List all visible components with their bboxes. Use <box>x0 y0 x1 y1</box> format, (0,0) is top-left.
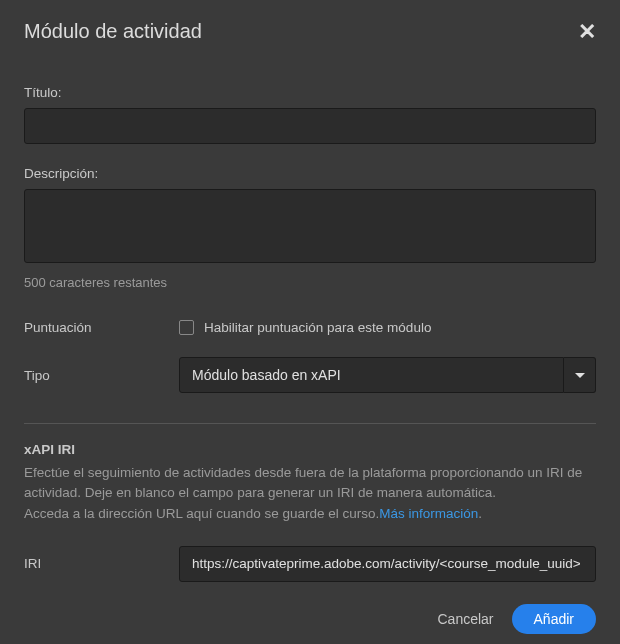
descripcion-helper: 500 caracteres restantes <box>24 275 596 290</box>
iri-row: IRI https://captivateprime.adobe.com/act… <box>24 546 596 582</box>
tipo-row: Tipo Módulo basado en xAPI <box>24 357 596 393</box>
divider <box>24 423 596 424</box>
titulo-input[interactable] <box>24 108 596 144</box>
modal-title: Módulo de actividad <box>24 20 202 43</box>
puntuacion-checkbox[interactable] <box>179 320 194 335</box>
descripcion-input[interactable] <box>24 189 596 263</box>
modal-footer: Cancelar Añadir <box>0 582 620 644</box>
tipo-label: Tipo <box>24 368 179 383</box>
tipo-select[interactable]: Módulo basado en xAPI <box>179 357 596 393</box>
cancel-button[interactable]: Cancelar <box>438 611 494 627</box>
tipo-select-value: Módulo basado en xAPI <box>179 357 564 393</box>
more-info-link[interactable]: Más información <box>379 506 478 521</box>
descripcion-label: Descripción: <box>24 166 596 181</box>
iri-input[interactable]: https://captivateprime.adobe.com/activit… <box>179 546 596 582</box>
iri-label: IRI <box>24 556 179 571</box>
puntuacion-checkbox-label: Habilitar puntuación para este módulo <box>204 320 431 335</box>
puntuacion-label: Puntuación <box>24 320 179 335</box>
puntuacion-checkbox-wrap: Habilitar puntuación para este módulo <box>179 320 431 335</box>
modal-body: Título: Descripción: 500 caracteres rest… <box>0 53 620 582</box>
close-icon[interactable]: ✕ <box>578 21 596 43</box>
modal-header: Módulo de actividad ✕ <box>0 0 620 53</box>
xapi-section-desc: Efectúe el seguimiento de actividades de… <box>24 463 596 524</box>
chevron-down-icon[interactable] <box>564 357 596 393</box>
xapi-section-title: xAPI IRI <box>24 442 596 457</box>
activity-module-modal: Módulo de actividad ✕ Título: Descripció… <box>0 0 620 644</box>
xapi-desc-line2-prefix: Acceda a la dirección URL aquí cuando se… <box>24 506 379 521</box>
titulo-label: Título: <box>24 85 596 100</box>
xapi-desc-line1: Efectúe el seguimiento de actividades de… <box>24 465 582 500</box>
puntuacion-row: Puntuación Habilitar puntuación para est… <box>24 320 596 335</box>
add-button[interactable]: Añadir <box>512 604 596 634</box>
